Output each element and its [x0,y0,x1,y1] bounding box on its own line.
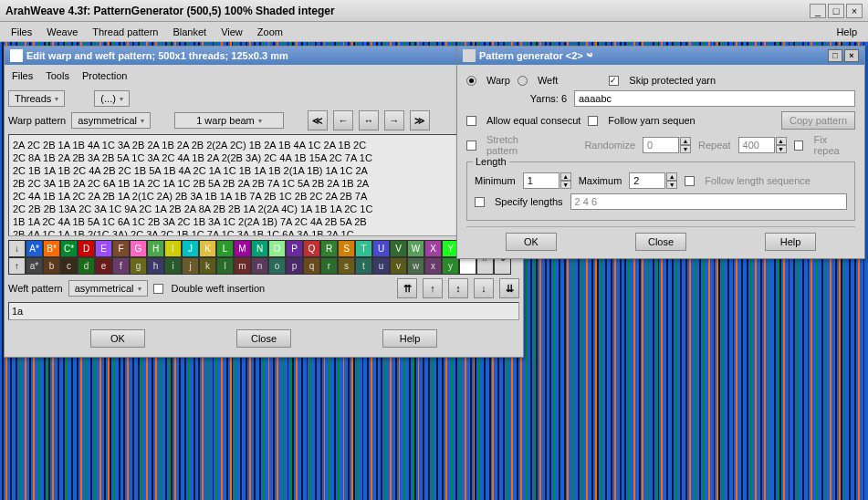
palette-b[interactable]: b [43,257,60,275]
specify-lengths-checkbox[interactable] [475,197,485,207]
palette-v[interactable]: v [390,257,407,275]
warp-swap-button[interactable]: ↔ [359,110,379,130]
warp-beam-combo[interactable]: 1 warp beam [174,112,284,129]
palette-Cstar[interactable]: C* [60,240,78,257]
menu-view[interactable]: View [214,25,250,39]
minimize-button[interactable]: _ [810,4,826,18]
skip-protected-checkbox[interactable] [609,76,619,86]
palette-Q[interactable]: Q [303,240,320,257]
weft-up-button[interactable]: ↑ [423,278,443,298]
menu-files[interactable]: Files [4,25,39,39]
palette-w[interactable]: w [407,257,424,275]
palette-D[interactable]: D [78,240,95,257]
menu-help[interactable]: Help [829,25,864,39]
randomize-input[interactable]: 0 [643,137,679,153]
palette-n[interactable]: n [251,257,268,275]
min-up[interactable]: ▲ [560,172,571,181]
palette-j[interactable]: j [182,257,199,275]
edit-menu-protection[interactable]: Protection [82,70,128,81]
palette-q[interactable]: q [303,257,320,275]
palette-astar[interactable]: a* [26,257,43,275]
max-down[interactable]: ▼ [666,181,677,189]
edit-dialog-titlebar[interactable]: Edit warp and weft pattern; 500x1 thread… [5,47,523,65]
repeat-input[interactable]: 400 [738,137,775,153]
edit-close-button[interactable]: Close [236,329,291,348]
menu-zoom[interactable]: Zoom [250,25,290,39]
max-input[interactable]: 2 [629,172,665,189]
palette-down-icon[interactable]: ↓ [8,240,26,257]
menu-thread-pattern[interactable]: Thread pattern [85,25,165,39]
palette-V[interactable]: V [390,240,407,257]
allow-equal-checkbox[interactable] [466,116,476,126]
palette-G[interactable]: G [130,240,147,257]
randomize-down[interactable]: ▼ [680,145,691,153]
specify-lengths-input[interactable]: 2 4 6 [570,193,847,210]
gen-maximize-button[interactable]: □ [828,49,842,62]
palette-Astar[interactable]: A* [26,240,43,257]
palette-u[interactable]: u [372,257,390,275]
palette-T[interactable]: T [355,240,372,257]
palette-r[interactable]: r [320,257,338,275]
weft-down-button[interactable]: ↓ [474,278,494,298]
palette-U[interactable]: U [372,240,390,257]
palette-up-icon[interactable]: ↑ [8,257,26,275]
palette-E[interactable]: E [95,240,112,257]
edit-menu-tools[interactable]: Tools [46,70,69,81]
threads-dropdown[interactable]: Threads [8,90,65,107]
paren-dropdown[interactable]: (...) [94,90,130,107]
stretch-checkbox[interactable] [466,141,476,151]
palette-f[interactable]: f [112,257,130,275]
warp-first-button[interactable]: ≪ [308,110,328,130]
weft-symmetry-combo[interactable]: asymmetrical [68,280,148,297]
palette-l[interactable]: l [216,257,234,275]
palette-e[interactable]: e [95,257,112,275]
warp-pattern-textarea[interactable]: 2A 2C 2B 1A 1B 4A 1C 3A 2B 2A 1B 2A 2B 2… [8,134,519,236]
max-up[interactable]: ▲ [666,172,677,181]
gen-ok-button[interactable]: OK [506,233,557,251]
gen-dialog-titlebar[interactable]: Pattern generator <2> ༄ □ × [457,47,864,65]
weft-radio[interactable] [518,76,528,86]
menu-blanket[interactable]: Blanket [165,25,214,39]
palette-k[interactable]: k [199,257,216,275]
palette-y[interactable]: y [442,257,459,275]
palette-N[interactable]: N [251,240,268,257]
palette-t[interactable]: t [355,257,372,275]
palette-I[interactable]: I [164,240,182,257]
repeat-up[interactable]: ▲ [776,137,787,145]
menu-weave[interactable]: Weave [39,25,85,39]
palette-P[interactable]: P [286,240,303,257]
palette-x[interactable]: x [424,257,442,275]
weft-pattern-input[interactable]: 1a [8,302,519,320]
palette-g[interactable]: g [130,257,147,275]
warp-radio[interactable] [466,76,476,86]
weft-first-button[interactable]: ⇈ [397,278,417,298]
close-button[interactable]: × [846,4,863,18]
palette-m[interactable]: m [234,257,251,275]
palette-i[interactable]: i [164,257,182,275]
palette-s[interactable]: s [338,257,355,275]
min-input[interactable]: 1 [523,172,559,189]
weft-swap-button[interactable]: ↕ [448,278,468,298]
palette-K[interactable]: K [199,240,216,257]
palette-o[interactable]: o [268,257,286,275]
palette-L[interactable]: L [216,240,234,257]
gen-close-button[interactable]: × [844,49,859,62]
palette-F[interactable]: F [112,240,130,257]
edit-ok-button[interactable]: OK [90,329,145,348]
palette-H[interactable]: H [147,240,164,257]
palette-Bstar[interactable]: B* [43,240,60,257]
warp-next-button[interactable]: → [384,110,404,130]
palette-O[interactable]: O [268,240,286,257]
palette-X[interactable]: X [424,240,442,257]
gen-close-btn[interactable]: Close [635,233,686,251]
palette-J[interactable]: J [182,240,199,257]
palette-h[interactable]: h [147,257,164,275]
min-down[interactable]: ▼ [560,181,571,189]
palette-R[interactable]: R [320,240,338,257]
gen-help-button[interactable]: Help [765,233,816,251]
double-weft-checkbox[interactable] [153,284,163,294]
copy-pattern-button[interactable]: Copy pattern [781,111,855,130]
palette-S[interactable]: S [338,240,355,257]
edit-menu-files[interactable]: Files [12,70,33,81]
edit-help-button[interactable]: Help [382,329,437,348]
